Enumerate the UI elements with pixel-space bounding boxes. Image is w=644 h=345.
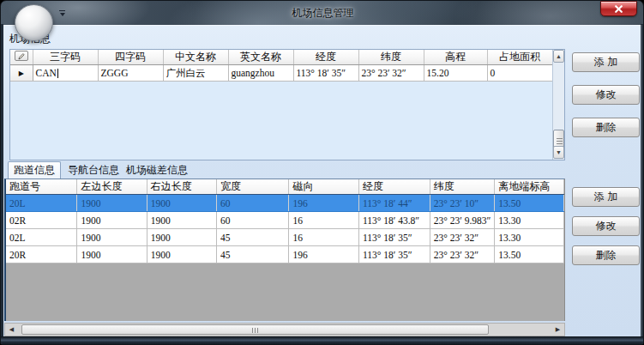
table-row[interactable]: 20L1900190060196113° 18′ 44″23° 23′ 10″1… <box>6 195 564 212</box>
titlebar[interactable]: 机场信息管理 <box>1 1 644 25</box>
cell[interactable]: 02R <box>6 212 77 229</box>
cell[interactable]: 1900 <box>77 246 147 263</box>
column-header[interactable]: 经度 <box>359 179 430 195</box>
airport-modify-button[interactable]: 修改 <box>572 85 640 105</box>
column-header[interactable]: 左边长度 <box>77 179 147 195</box>
column-header[interactable]: 英文名称 <box>228 50 293 65</box>
cell[interactable]: 1900 <box>147 229 216 246</box>
airport-add-button[interactable]: 添 加 <box>572 52 640 72</box>
cell[interactable]: 45 <box>216 229 288 246</box>
app-window: 机场信息管理 机场信息 三字码四字码中文名称英文名称经度纬度高程占地面积▶CAN… <box>0 0 644 345</box>
cell[interactable]: 23° 23′ 9.983″ <box>430 212 495 229</box>
cell[interactable]: 0 <box>487 65 552 82</box>
window-frame-left <box>1 24 3 338</box>
cell[interactable]: guangzhou <box>228 65 293 82</box>
column-header[interactable]: 宽度 <box>216 179 288 195</box>
airport-grid: 三字码四字码中文名称英文名称经度纬度高程占地面积▶CANZGGG广州白云guan… <box>9 49 565 160</box>
runway-add-button[interactable]: 添 加 <box>572 187 640 207</box>
text-cursor <box>57 69 58 78</box>
edit-pencil-icon <box>16 51 26 61</box>
column-header[interactable]: 磁向 <box>289 179 359 195</box>
cell[interactable]: 23° 23′ 32″ <box>430 246 495 263</box>
hscroll-thumb[interactable] <box>21 324 489 335</box>
airport-grid-vscrollbar[interactable]: ▲ ▼ <box>552 50 564 160</box>
app-menu-orb-button[interactable] <box>15 4 53 41</box>
tab-magnetic-info[interactable]: 机场磁差信息 <box>121 162 193 179</box>
column-header[interactable]: 经度 <box>293 50 358 65</box>
cell[interactable]: 1900 <box>77 229 147 246</box>
cell[interactable]: 23° 23′ 10″ <box>430 195 495 212</box>
cell[interactable]: 113° 18′ 35″ <box>293 65 358 82</box>
grip-line <box>557 138 563 139</box>
column-header[interactable]: 占地面积 <box>487 50 552 65</box>
cell[interactable]: 113° 18′ 35″ <box>359 229 430 246</box>
close-button[interactable] <box>600 1 637 16</box>
cell[interactable]: 16 <box>289 212 359 229</box>
cell[interactable]: 15.20 <box>424 65 487 82</box>
runway-delete-button[interactable]: 删除 <box>572 245 640 265</box>
table-row[interactable]: 02L190019004516113° 18′ 35″23° 23′ 32″13… <box>6 229 564 246</box>
column-header[interactable]: 纬度 <box>358 50 424 65</box>
airport-delete-button[interactable]: 删除 <box>572 118 640 137</box>
cell[interactable]: 02L <box>6 229 77 246</box>
cell[interactable]: 196 <box>289 246 359 263</box>
window-frame-right <box>641 24 643 338</box>
scroll-left-button[interactable]: ◀ <box>5 324 18 336</box>
overflow-bar <box>59 10 65 11</box>
column-header[interactable]: 跑道号 <box>6 179 77 195</box>
window-title: 机场信息管理 <box>1 6 644 21</box>
cell[interactable]: 1900 <box>77 212 147 229</box>
scroll-right-button[interactable]: ▶ <box>551 324 564 336</box>
chevron-down-icon <box>60 13 65 16</box>
cell[interactable]: 23° 23′ 32″ <box>358 65 424 82</box>
cell[interactable]: 1900 <box>77 195 147 212</box>
column-header[interactable]: 离地端标高 <box>495 179 564 195</box>
tab-navaid-info[interactable]: 导航台信息 <box>63 162 124 179</box>
cell[interactable]: ZGGG <box>98 65 163 82</box>
runway-grid-hscrollbar[interactable]: ◀ ▶ <box>4 323 565 336</box>
cell[interactable]: 1900 <box>147 195 216 212</box>
cell[interactable]: 60 <box>216 212 288 229</box>
cell[interactable]: 113° 18′ 44″ <box>359 195 430 212</box>
cell[interactable]: 20L <box>6 195 77 212</box>
cell[interactable]: 广州白云 <box>163 65 228 82</box>
table-row[interactable]: 02R190019006016113° 18′ 43.8″23° 23′ 9.9… <box>6 212 564 229</box>
cell[interactable]: CAN <box>33 65 98 82</box>
table-row[interactable]: ▶CANZGGG广州白云guangzhou113° 18′ 35″23° 23′… <box>10 65 552 82</box>
runway-table: 跑道号左边长度右边长度宽度磁向经度纬度离地端标高20L1900190060196… <box>6 179 564 263</box>
cell[interactable]: 1900 <box>147 212 216 229</box>
cell[interactable]: 23° 23′ 32″ <box>430 229 495 246</box>
column-header[interactable]: 纬度 <box>430 179 495 195</box>
grip-line <box>255 328 256 333</box>
cell[interactable]: 45 <box>216 246 288 263</box>
toolbar-overflow-icon[interactable] <box>58 10 66 16</box>
runway-modify-button[interactable]: 修改 <box>572 216 640 236</box>
cell[interactable]: 113° 18′ 35″ <box>359 246 430 263</box>
cell[interactable]: 13.50 <box>495 246 564 263</box>
scroll-down-button[interactable]: ▼ <box>553 146 564 159</box>
column-header[interactable]: 右边长度 <box>147 179 216 195</box>
cell[interactable]: 60 <box>216 195 288 212</box>
grip-line <box>557 143 563 144</box>
cell[interactable]: 13.30 <box>495 229 564 246</box>
cell[interactable]: 113° 18′ 43.8″ <box>359 212 430 229</box>
window-frame-bottom <box>1 336 644 345</box>
column-header[interactable]: 中文名称 <box>163 50 228 65</box>
row-selector-current-icon[interactable]: ▶ <box>10 65 33 82</box>
cell[interactable]: 13.50 <box>495 195 564 212</box>
column-header[interactable]: 高程 <box>424 50 487 65</box>
cell[interactable]: 20R <box>6 246 77 263</box>
grid-corner-cell[interactable] <box>10 50 33 65</box>
cell[interactable]: 16 <box>289 229 359 246</box>
tab-runway-info[interactable]: 跑道信息 <box>8 161 61 179</box>
cell[interactable]: 196 <box>289 195 359 212</box>
grip-line <box>252 328 253 333</box>
table-row[interactable]: 20R1900190045196113° 18′ 35″23° 23′ 32″1… <box>6 246 564 263</box>
cell[interactable]: 13.30 <box>495 212 564 229</box>
close-icon <box>614 5 623 13</box>
info-tabstrip: 跑道信息 导航台信息 机场磁差信息 <box>1 160 565 179</box>
scroll-up-button[interactable]: ▲ <box>553 50 564 63</box>
cell[interactable]: 1900 <box>147 246 216 263</box>
column-header[interactable]: 三字码 <box>33 50 98 65</box>
column-header[interactable]: 四字码 <box>98 50 163 65</box>
